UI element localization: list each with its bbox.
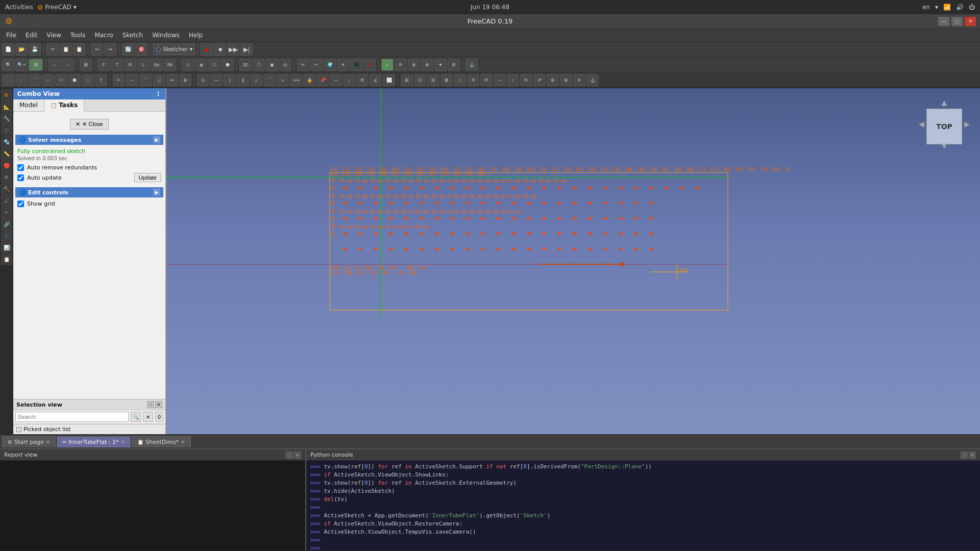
zoom-all[interactable]: 🔍 [2, 59, 14, 71]
sk-rect[interactable]: □ [82, 74, 94, 86]
sk-lock[interactable]: 📌 [316, 74, 329, 86]
view-front[interactable]: F [97, 59, 110, 71]
combo-tab-model[interactable]: Model [13, 99, 44, 111]
wb-icon-5[interactable]: 🔩 [1, 136, 12, 147]
wb-icon-8[interactable]: ⚙ [1, 171, 12, 183]
menu-view[interactable]: View [42, 30, 65, 40]
view-right[interactable]: R [124, 59, 136, 71]
sk-angle[interactable]: ∠ [370, 74, 382, 86]
close-combo-button[interactable]: ✕ ✕ Close [70, 119, 108, 130]
tab-inner-tube[interactable]: ✏ InnerTubeFlat : 1* ✕ [57, 436, 131, 447]
wb-icon-15[interactable]: 📋 [1, 254, 12, 265]
sketcher-set3[interactable]: ⊕ [408, 59, 420, 71]
view-iso[interactable]: ◇ [182, 59, 194, 71]
selection-view-close[interactable]: ✕ [155, 401, 162, 408]
sk-arc[interactable]: ⌒ [29, 74, 41, 86]
sk-mirror[interactable]: ⇔ [166, 74, 178, 86]
python-console[interactable]: >>> tv.show(ref[0]) for ref in ActiveSke… [306, 461, 980, 550]
auto-remove-checkbox[interactable] [17, 164, 24, 171]
selection-view-resize[interactable]: □ [147, 401, 154, 408]
view-bottom[interactable]: Bo [151, 59, 163, 71]
menu-windows[interactable]: Windows [148, 30, 184, 40]
sk-tools6[interactable]: ↺ [533, 74, 546, 86]
python-undock[interactable]: □ [961, 452, 968, 459]
sk-constr3[interactable]: ⊟ [427, 74, 439, 86]
sheet-dims-close[interactable]: ✕ [181, 439, 185, 445]
undo-button[interactable]: ↩ [91, 43, 103, 56]
sk-tools3[interactable]: ↔ [494, 74, 506, 86]
wb-icon-7[interactable]: 🔴 [1, 160, 12, 171]
menu-sketch[interactable]: Sketch [118, 30, 147, 40]
sk-point[interactable]: · [2, 74, 14, 86]
sk-tools1[interactable]: ⟲ [467, 74, 479, 86]
new-button[interactable]: 📄 [2, 43, 14, 56]
view-forward[interactable]: → [62, 59, 74, 71]
menu-macro[interactable]: Macro [90, 30, 117, 40]
wb-icon-14[interactable]: 📊 [1, 242, 12, 253]
menu-help[interactable]: Help [185, 30, 207, 40]
close-window-button[interactable]: ✕ [965, 17, 976, 26]
wb-icon-9[interactable]: 🔨 [1, 183, 12, 194]
nav-arrow-up[interactable]: ▲ [942, 98, 947, 107]
tab-start-page[interactable]: ⚙ Start page ✕ [2, 436, 56, 447]
solver-expand-icon[interactable]: ▶ [153, 136, 160, 143]
combo-tab-tasks[interactable]: 📋 Tasks [44, 99, 84, 112]
sk-parallel[interactable]: ∥ [237, 74, 249, 86]
view-light[interactable]: ☀ [337, 59, 349, 71]
sketcher-set4[interactable]: ⊗ [421, 59, 433, 71]
wb-icon-4[interactable]: ⬡ [1, 124, 12, 136]
sk-horiz[interactable]: — [210, 74, 223, 86]
save-button[interactable]: 💾 [29, 43, 41, 56]
menu-file[interactable]: File [2, 30, 20, 40]
sk-tools7[interactable]: ⊕ [547, 74, 559, 86]
refresh-button[interactable]: 🔄 [122, 43, 134, 56]
menu-tools[interactable]: Tools [66, 30, 90, 40]
sk-text[interactable]: T [95, 74, 107, 86]
fastplay-button[interactable]: ▶| [240, 43, 253, 56]
sketcher-set1[interactable]: ✓ [381, 59, 394, 71]
sk-extend[interactable]: ↔ [126, 74, 138, 86]
search-clear[interactable]: ✕ [143, 412, 153, 422]
copy-button[interactable]: 📋 [60, 43, 72, 56]
sk-trim[interactable]: ✂ [113, 74, 125, 86]
nav-arrow-down[interactable]: ▼ [942, 141, 947, 149]
view-3d[interactable]: 3D [239, 59, 252, 71]
view-top[interactable]: T [111, 59, 123, 71]
wb-icon-12[interactable]: 🔗 [1, 218, 12, 230]
wb-icon-2[interactable]: 📐 [1, 101, 12, 112]
sk-tools5[interactable]: ↻ [520, 74, 532, 86]
sk-poly[interactable]: ⬟ [68, 74, 81, 86]
stop-button[interactable]: ■ [214, 43, 226, 56]
view-env[interactable]: 🌍 [324, 59, 336, 71]
cut-button[interactable]: ✂ [46, 43, 59, 56]
inner-tube-close[interactable]: ✕ [120, 439, 125, 445]
nav-arrow-right[interactable]: ▶ [964, 120, 970, 128]
sketcher-set2[interactable]: ⟳ [395, 59, 407, 71]
sk-tools4[interactable]: ↕ [507, 74, 519, 86]
view-iso3[interactable]: ⬡ [208, 59, 220, 71]
view-back[interactable]: ← [48, 59, 61, 71]
report-undock[interactable]: □ [286, 452, 293, 459]
nav-arrow-left[interactable]: ◀ [919, 120, 924, 128]
python-close[interactable]: ✕ [969, 452, 976, 459]
update-button[interactable]: Update [134, 173, 161, 182]
sk-line[interactable]: ⟋ [15, 74, 28, 86]
maximize-button[interactable]: □ [951, 17, 963, 26]
sk-radius[interactable]: R [356, 74, 369, 86]
sk-chamfer[interactable]: ⌺ [153, 74, 165, 86]
sk-equal[interactable]: = [277, 74, 289, 86]
report-close[interactable]: ✕ [294, 452, 301, 459]
record-button[interactable]: ● [201, 43, 213, 56]
view-shade[interactable]: ◉ [266, 59, 278, 71]
zoom-select[interactable]: 🔍+ [15, 59, 28, 71]
view-iso2[interactable]: ◈ [195, 59, 207, 71]
open-button[interactable]: 📂 [15, 43, 28, 56]
paste-button[interactable]: 📋 [73, 43, 85, 56]
view-clip[interactable]: ✂ [297, 59, 309, 71]
wb-icon-11[interactable]: ✂ [1, 207, 12, 218]
sk-redund[interactable]: ⚠ [454, 74, 466, 86]
sk-ellipse[interactable]: ⬭ [55, 74, 67, 86]
search-button[interactable]: 🔍 [131, 412, 141, 422]
sk-constr1[interactable]: ⊞ [401, 74, 413, 86]
sk-block[interactable]: 🔒 [303, 74, 315, 86]
